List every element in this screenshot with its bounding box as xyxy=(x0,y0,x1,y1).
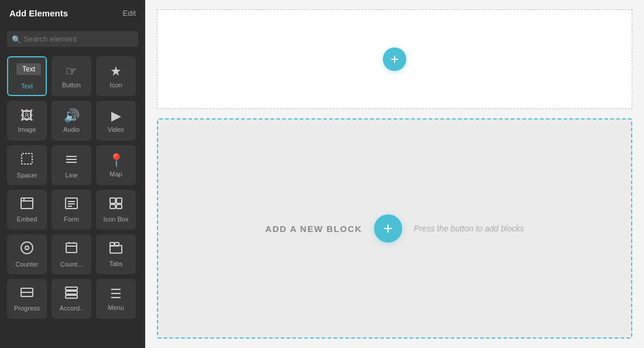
elements-row-1: T Text ☞ Button ★ Icon xyxy=(7,56,138,96)
add-block-icon: + xyxy=(383,219,392,238)
image-icon: 🖼 xyxy=(20,108,33,124)
accordion-icon xyxy=(64,286,78,302)
element-map[interactable]: 📍 Map xyxy=(96,145,136,185)
progress-icon xyxy=(20,286,34,302)
top-add-button[interactable]: + xyxy=(383,47,406,71)
svg-rect-29 xyxy=(66,295,77,298)
svg-rect-15 xyxy=(117,204,122,209)
sidebar: Add Elements Edit 🔍 Text T Text ☞ Button… xyxy=(0,0,145,348)
video-icon: ▶ xyxy=(111,108,121,124)
top-section: + xyxy=(157,9,632,109)
sidebar-title: Add Elements xyxy=(9,8,68,18)
counter-icon xyxy=(20,241,34,258)
main-content: + ADD A NEW BLOCK + Press the button to … xyxy=(145,0,644,348)
bottom-section: ADD A NEW BLOCK + Press the button to ad… xyxy=(157,118,632,339)
icon-icon: ★ xyxy=(110,64,122,79)
add-block-label: ADD A NEW BLOCK xyxy=(265,224,362,234)
element-button[interactable]: ☞ Button xyxy=(52,56,91,96)
countdown-icon xyxy=(64,241,78,258)
element-iconbox[interactable]: Icon Box xyxy=(96,190,136,230)
search-bar: 🔍 xyxy=(0,26,145,52)
spacer-label: Spacer xyxy=(17,172,37,179)
menu-icon: ☰ xyxy=(110,286,122,302)
audio-icon: 🔊 xyxy=(64,108,80,124)
svg-rect-14 xyxy=(110,204,115,209)
top-add-icon: + xyxy=(390,51,399,67)
elements-row-4: Embed Form xyxy=(7,190,138,230)
element-menu[interactable]: ☰ Menu xyxy=(96,279,136,319)
add-block-hint: Press the button to add blocks xyxy=(414,224,524,233)
elements-row-5: Counter Count... xyxy=(7,234,138,274)
tabs-icon xyxy=(109,241,123,258)
edit-link[interactable]: Edit xyxy=(123,9,136,18)
element-audio[interactable]: 🔊 Audio xyxy=(52,101,91,141)
form-label: Form xyxy=(64,216,79,223)
element-form[interactable]: Form xyxy=(52,190,91,230)
button-icon: ☞ xyxy=(66,64,77,79)
svg-rect-28 xyxy=(66,291,77,294)
svg-point-16 xyxy=(21,242,33,254)
spacer-icon xyxy=(20,152,34,169)
element-line[interactable]: Line xyxy=(52,145,91,185)
element-image[interactable]: 🖼 Image xyxy=(7,101,47,141)
element-embed[interactable]: Embed xyxy=(7,190,47,230)
icon-label: Icon xyxy=(110,81,122,88)
element-spacer[interactable]: Spacer xyxy=(7,145,47,185)
text-icon: T xyxy=(20,63,34,80)
elements-grid: T Text ☞ Button ★ Icon 🖼 Image 🔊 Audio xyxy=(0,52,145,348)
element-icon[interactable]: ★ Icon xyxy=(96,56,136,96)
elements-row-2: 🖼 Image 🔊 Audio ▶ Video xyxy=(7,101,138,141)
svg-rect-18 xyxy=(66,243,77,253)
progress-label: Progress xyxy=(14,305,40,312)
countdown-label: Count... xyxy=(60,261,83,268)
tabs-label: Tabs xyxy=(109,260,122,267)
sidebar-header: Add Elements Edit xyxy=(0,0,145,26)
element-counter[interactable]: Counter xyxy=(7,234,47,274)
svg-point-17 xyxy=(25,246,29,250)
svg-rect-1 xyxy=(22,153,32,164)
line-icon xyxy=(64,152,78,169)
video-label: Video xyxy=(108,126,124,133)
image-label: Image xyxy=(18,126,36,133)
search-icon: 🔍 xyxy=(12,35,21,43)
svg-rect-13 xyxy=(117,198,122,203)
audio-label: Audio xyxy=(63,126,80,133)
element-countdown[interactable]: Count... xyxy=(52,234,91,274)
line-label: Line xyxy=(66,172,78,179)
menu-label: Menu xyxy=(108,304,124,311)
svg-rect-24 xyxy=(115,243,119,246)
element-accordion[interactable]: Accord.. xyxy=(52,279,91,319)
svg-text:T: T xyxy=(23,63,30,75)
form-icon xyxy=(64,197,78,213)
element-progress[interactable]: Progress xyxy=(7,279,47,319)
counter-label: Counter xyxy=(15,261,38,268)
add-block-button[interactable]: + xyxy=(374,214,402,243)
svg-rect-5 xyxy=(21,198,33,209)
svg-rect-12 xyxy=(110,198,115,203)
element-video[interactable]: ▶ Video xyxy=(96,101,136,141)
iconbox-label: Icon Box xyxy=(104,216,129,223)
map-icon: 📍 xyxy=(108,153,124,168)
element-tabs[interactable]: Tabs xyxy=(96,234,136,274)
svg-rect-23 xyxy=(110,243,114,246)
elements-row-6: Progress Accord.. ☰ Menu xyxy=(7,279,138,319)
svg-rect-27 xyxy=(66,287,77,290)
element-text[interactable]: T Text xyxy=(7,56,47,96)
iconbox-icon xyxy=(109,197,123,213)
map-label: Map xyxy=(109,170,122,178)
text-label: Text xyxy=(21,83,33,90)
embed-label: Embed xyxy=(17,216,37,223)
accordion-label: Accord.. xyxy=(60,305,83,312)
elements-row-3: Spacer Line 📍 Map xyxy=(7,145,138,185)
search-input[interactable] xyxy=(7,31,138,47)
button-label: Button xyxy=(62,81,81,88)
embed-icon xyxy=(20,197,34,213)
